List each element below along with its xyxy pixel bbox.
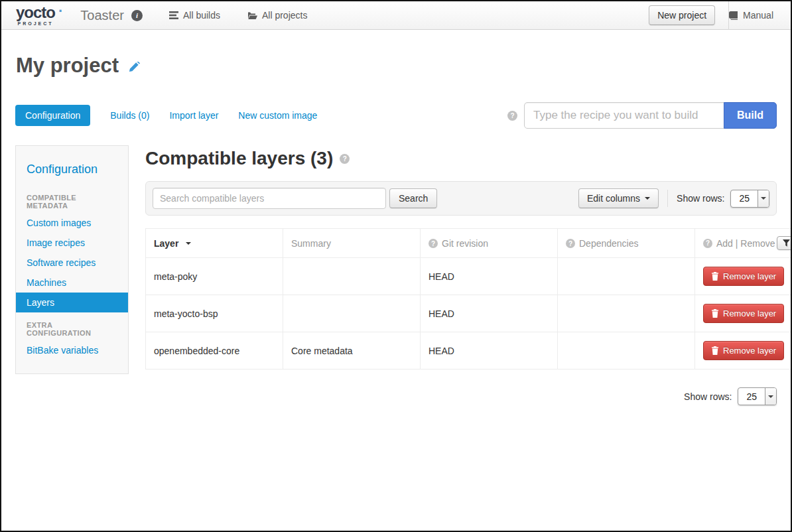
- search-button[interactable]: Search: [389, 188, 437, 208]
- brand-subtext: PROJECT: [17, 21, 53, 26]
- folder-icon: [247, 11, 257, 20]
- summary-cell: [283, 295, 421, 332]
- summary-cell: Core metadata: [283, 332, 421, 369]
- show-rows-label: Show rows:: [677, 193, 724, 204]
- table-header-row: Layer Summary ?Git revision ?Dependencie…: [146, 229, 792, 258]
- tab-configuration[interactable]: Configuration: [15, 105, 90, 126]
- edit-columns-label: Edit columns: [587, 193, 640, 204]
- top-navbar: yocto PROJECT · Toaster i All builds All…: [1, 1, 791, 30]
- remove-layer-label: Remove layer: [723, 271, 776, 281]
- table-toolbar: Search Edit columns Show rows: 25: [145, 181, 777, 216]
- layer-name-cell: meta-poky: [146, 258, 283, 295]
- page-title: My project: [16, 54, 119, 78]
- layer-name-cell: openembedded-core: [146, 332, 283, 369]
- select-arrow-icon: [765, 388, 776, 405]
- column-header-add-remove-label: Add | Remove: [716, 238, 775, 249]
- git-revision-cell: HEAD: [421, 258, 558, 295]
- show-rows-value: 25: [738, 388, 765, 405]
- page-section-title: Compatible layers (3): [145, 148, 333, 169]
- layer-name-cell: meta-yocto-bsp: [146, 295, 283, 332]
- sidebar-item-bitbake-variables[interactable]: BitBake variables: [16, 340, 128, 360]
- git-revision-help-icon[interactable]: ?: [429, 239, 438, 248]
- manual-link[interactable]: Manual: [729, 10, 773, 21]
- main-heading-row: Compatible layers (3) ?: [145, 148, 777, 169]
- navbar-right: New project Manual: [649, 1, 791, 29]
- build-button[interactable]: Build: [724, 102, 777, 129]
- content: Configuration COMPATIBLE METADATA Custom…: [15, 145, 777, 405]
- bottom-pager: Show rows: 25: [145, 387, 777, 405]
- brand-dot: ·: [58, 5, 63, 18]
- action-cell: Remove layer: [695, 332, 792, 369]
- show-rows-select-bottom[interactable]: 25: [738, 387, 777, 405]
- build-form: ? Build: [507, 102, 777, 129]
- remove-layer-button[interactable]: Remove layer: [703, 267, 784, 286]
- remove-layer-button[interactable]: Remove layer: [703, 304, 784, 323]
- show-rows-select[interactable]: 25: [730, 190, 769, 208]
- table-row: meta-yocto-bsp HEAD Remove layer: [146, 295, 792, 332]
- show-rows-label: Show rows:: [684, 391, 732, 402]
- filter-funnel-icon: [783, 239, 790, 247]
- action-cell: Remove layer: [695, 258, 792, 295]
- sidebar-item-layers[interactable]: Layers: [16, 293, 128, 312]
- remove-layer-label: Remove layer: [723, 308, 776, 318]
- info-icon[interactable]: i: [131, 10, 143, 21]
- nav-all-builds-label: All builds: [183, 10, 220, 21]
- sidebar-item-configuration[interactable]: Configuration: [16, 154, 128, 185]
- search-input[interactable]: [153, 188, 386, 209]
- new-project-button[interactable]: New project: [649, 5, 715, 25]
- dependencies-cell: [558, 332, 695, 369]
- filter-button[interactable]: [777, 236, 792, 250]
- page-title-row: My project: [16, 54, 791, 78]
- nav-all-projects[interactable]: All projects: [247, 10, 307, 21]
- dependencies-help-icon[interactable]: ?: [566, 239, 575, 248]
- sidebar-item-software-recipes[interactable]: Software recipes: [16, 253, 128, 273]
- tab-new-custom-image[interactable]: New custom image: [238, 110, 317, 121]
- sidebar-section-extra-configuration: EXTRA CONFIGURATION: [16, 312, 128, 340]
- column-header-dependencies-label: Dependencies: [579, 238, 639, 249]
- edit-columns-button[interactable]: Edit columns: [578, 188, 659, 208]
- column-header-dependencies: ?Dependencies: [558, 229, 695, 258]
- tab-import-layer[interactable]: Import layer: [169, 110, 218, 121]
- toolbar-right: Edit columns Show rows: 25: [578, 188, 769, 208]
- column-header-git-revision: ?Git revision: [421, 229, 558, 258]
- layers-help-icon[interactable]: ?: [340, 154, 350, 164]
- sidebar-item-custom-images[interactable]: Custom images: [16, 213, 128, 233]
- sidebar-section-compatible-metadata: COMPATIBLE METADATA: [16, 185, 128, 213]
- yocto-logo[interactable]: yocto PROJECT ·: [16, 5, 63, 26]
- show-rows-value: 25: [731, 190, 758, 207]
- book-icon: [729, 11, 738, 20]
- column-header-layer-label: Layer: [154, 238, 178, 249]
- tab-builds[interactable]: Builds (0): [110, 110, 149, 121]
- sort-caret-icon: [186, 242, 191, 245]
- column-header-layer[interactable]: Layer: [146, 229, 283, 258]
- column-header-add-remove: ?Add | Remove: [695, 229, 792, 258]
- brand-text: yocto: [16, 5, 55, 21]
- build-help-icon[interactable]: ?: [507, 111, 517, 121]
- edit-pencil-icon[interactable]: [127, 62, 140, 74]
- remove-layer-label: Remove layer: [723, 346, 776, 356]
- build-recipe-input[interactable]: [524, 102, 724, 129]
- select-arrow-icon: [758, 190, 769, 207]
- main-panel: Compatible layers (3) ? Search Edit colu…: [145, 145, 777, 405]
- sidebar: Configuration COMPATIBLE METADATA Custom…: [15, 145, 129, 374]
- tabs-row: Configuration Builds (0) Import layer Ne…: [15, 102, 777, 129]
- nav-all-builds[interactable]: All builds: [169, 10, 220, 21]
- table-row: meta-poky HEAD Remove layer: [146, 258, 792, 295]
- dependencies-cell: [558, 258, 695, 295]
- sidebar-item-machines[interactable]: Machines: [16, 273, 128, 293]
- git-revision-cell: HEAD: [421, 295, 558, 332]
- sidebar-item-image-recipes[interactable]: Image recipes: [16, 233, 128, 253]
- add-remove-help-icon[interactable]: ?: [703, 239, 712, 248]
- nav-all-projects-label: All projects: [262, 10, 307, 21]
- trash-icon: [711, 272, 719, 281]
- builds-list-icon: [169, 11, 178, 19]
- column-header-git-revision-label: Git revision: [442, 238, 488, 249]
- toolbar-divider: [667, 190, 668, 207]
- remove-layer-button[interactable]: Remove layer: [703, 341, 784, 360]
- action-cell: Remove layer: [695, 295, 792, 332]
- dependencies-cell: [558, 295, 695, 332]
- git-revision-cell: HEAD: [421, 332, 558, 369]
- column-header-summary-label: Summary: [291, 238, 331, 249]
- trash-icon: [711, 309, 719, 318]
- column-header-summary: Summary: [283, 229, 421, 258]
